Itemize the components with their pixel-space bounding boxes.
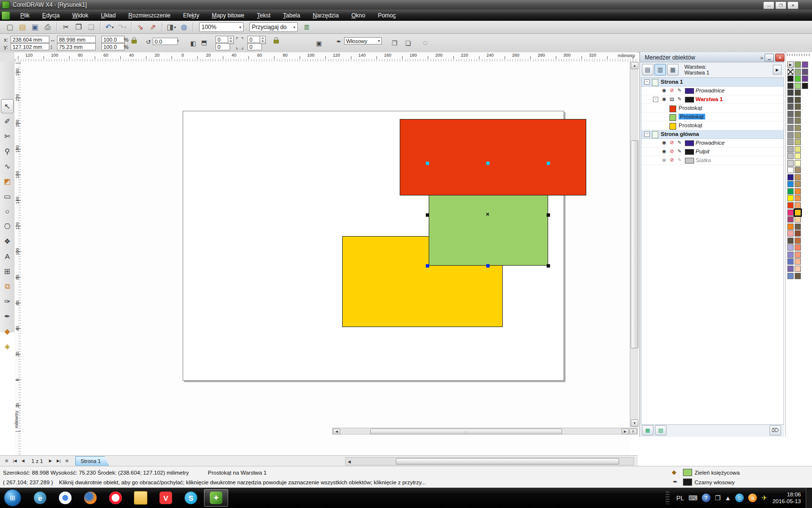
color-swatch[interactable]: [787, 258, 794, 265]
color-swatch[interactable]: [795, 160, 801, 166]
color-swatch[interactable]: [795, 230, 801, 237]
scroll-down-button[interactable]: ▼: [631, 419, 638, 427]
y-position-input[interactable]: 127.102 mm: [11, 43, 49, 50]
opera-icon[interactable]: O: [103, 489, 128, 507]
color-swatch[interactable]: [787, 146, 794, 152]
scale-vertical-input[interactable]: 100.0: [102, 43, 125, 50]
copy-button[interactable]: ❐: [72, 22, 85, 32]
corner-spinner-right[interactable]: ▴▾: [260, 36, 266, 44]
eye-icon[interactable]: ◉: [661, 140, 667, 145]
corner-spinner-left[interactable]: ▴▾: [228, 36, 234, 44]
application-launcher-button[interactable]: ◨▾: [165, 22, 177, 32]
table-tool[interactable]: ⊞: [1, 264, 14, 278]
color-swatch[interactable]: [787, 83, 794, 89]
new-document-button[interactable]: ▢: [4, 22, 16, 32]
layer-manager-view-button[interactable]: ▦: [667, 64, 679, 75]
printer-icon[interactable]: ▤: [668, 96, 675, 102]
object-color-swatch[interactable]: [669, 114, 676, 121]
palette-drag-handle[interactable]: [787, 54, 810, 56]
open-document-button[interactable]: ▤: [16, 22, 29, 32]
convert-to-curves-button[interactable]: ◌: [420, 38, 431, 48]
cut-button[interactable]: ✂: [60, 22, 72, 32]
menu-pomoc[interactable]: Pomoc: [372, 11, 402, 20]
color-swatch[interactable]: [795, 195, 801, 201]
options-button[interactable]: ≣: [301, 22, 313, 32]
menu-widok[interactable]: Widok: [66, 11, 94, 20]
vertical-scrollbar[interactable]: ▲ ▼: [630, 61, 638, 427]
help-icon[interactable]: ?: [702, 493, 710, 502]
color-swatch[interactable]: [787, 139, 794, 145]
fill-tool[interactable]: ◆: [1, 324, 14, 338]
drawing-canvas[interactable]: ×: [21, 61, 630, 455]
color-swatch[interactable]: [795, 167, 801, 173]
color-swatch[interactable]: [802, 69, 808, 75]
edit-across-layers-button[interactable]: ▥: [654, 64, 666, 75]
object-height-input[interactable]: 75.23 mm: [57, 43, 96, 50]
color-swatch[interactable]: [787, 195, 794, 201]
expand-icon[interactable]: −: [644, 132, 650, 137]
pick-tool[interactable]: ↖: [1, 99, 14, 113]
ellipse-tool[interactable]: ○: [1, 204, 14, 218]
corner-lock-icon[interactable]: [274, 40, 279, 44]
next-page-button[interactable]: ▶: [47, 457, 54, 464]
color-swatch[interactable]: [795, 125, 801, 131]
selection-handle[interactable]: [426, 162, 429, 165]
object-width-input[interactable]: 88.998 mm: [57, 36, 96, 43]
color-swatch[interactable]: [795, 266, 801, 272]
last-page-button[interactable]: ▶|: [55, 457, 62, 464]
layer-row-pulpit[interactable]: ◉⊘✎Pulpit: [641, 148, 783, 156]
docker-close-button[interactable]: ✕: [775, 54, 784, 61]
color-swatch[interactable]: [802, 75, 808, 82]
layer-color-swatch[interactable]: [685, 88, 694, 94]
layer-row-strona-główna[interactable]: −Strona główna: [641, 130, 783, 139]
menu-układ[interactable]: Układ: [95, 11, 122, 20]
layer-row-siatka[interactable]: ◉⊘✎Siatka: [641, 156, 783, 165]
x-position-input[interactable]: 238.604 mm: [11, 36, 49, 43]
object-color-swatch[interactable]: [669, 105, 676, 112]
expand-icon[interactable]: −: [644, 79, 650, 85]
object-label[interactable]: Prostokąt: [679, 105, 702, 111]
show-object-properties-button[interactable]: ▤: [642, 64, 653, 75]
noprint-icon[interactable]: ⊘: [668, 140, 675, 145]
color-swatch[interactable]: [787, 125, 794, 131]
color-swatch[interactable]: [795, 146, 801, 152]
menu-narzędzia[interactable]: Narzędzia: [306, 11, 345, 20]
horizontal-scroll-thumb[interactable]: ∶∶∶: [370, 429, 562, 434]
keyboard-icon[interactable]: ⌨: [688, 494, 697, 502]
scroll-right-button[interactable]: ▶: [622, 429, 629, 434]
pencil-icon[interactable]: ✎: [676, 96, 683, 102]
color-swatch[interactable]: [795, 83, 801, 89]
skype-icon[interactable]: S: [179, 489, 203, 507]
color-swatch[interactable]: [787, 104, 794, 110]
import-button[interactable]: ⇘: [134, 22, 146, 32]
selection-handle[interactable]: [547, 264, 550, 268]
noprint-icon[interactable]: ⊘: [668, 149, 675, 154]
blend-tool[interactable]: ⧉: [1, 279, 14, 293]
scale-horizontal-input[interactable]: 100.0: [102, 36, 125, 43]
color-swatch[interactable]: [795, 75, 801, 82]
first-page-button[interactable]: |◀: [11, 457, 18, 464]
pencil-icon[interactable]: ✎: [676, 88, 683, 93]
color-swatch[interactable]: [787, 230, 794, 237]
no-color-swatch[interactable]: [787, 69, 794, 75]
docker-collapse-icon[interactable]: »: [760, 55, 763, 60]
tab-scroll-left-button[interactable]: ◀: [346, 458, 353, 465]
interactive-fill-tool[interactable]: ◈: [1, 339, 14, 353]
color-swatch[interactable]: [795, 69, 801, 75]
internet-explorer-icon[interactable]: e: [28, 489, 52, 507]
color-swatch[interactable]: [795, 61, 801, 68]
tab-strona-1[interactable]: Strona 1: [75, 456, 109, 466]
crop-tool[interactable]: ✄: [1, 129, 14, 143]
delete-layer-button[interactable]: ⌦: [769, 425, 781, 435]
export-button[interactable]: ⇗: [147, 22, 159, 32]
airplane-icon[interactable]: ✈: [761, 494, 767, 502]
shape-tool[interactable]: ✐: [1, 114, 14, 128]
selection-handle[interactable]: [547, 162, 550, 165]
firefox-icon[interactable]: [78, 489, 102, 507]
color-swatch[interactable]: [795, 139, 801, 145]
color-swatch[interactable]: [795, 132, 801, 138]
eyedropper-tool[interactable]: ✑: [1, 294, 14, 308]
color-swatch[interactable]: [795, 252, 801, 258]
layer-color-swatch[interactable]: [685, 97, 694, 103]
pencil-icon[interactable]: ✎: [676, 157, 683, 163]
